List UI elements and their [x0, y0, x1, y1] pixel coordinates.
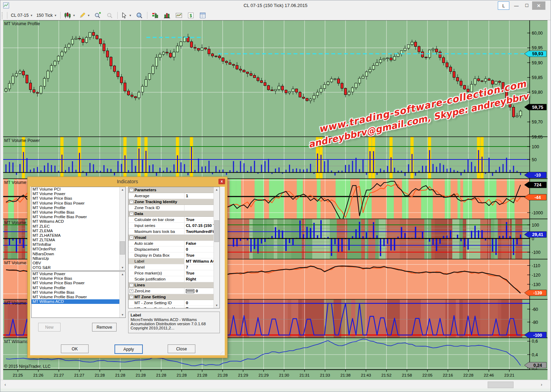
minimize-button[interactable]: — [511, 1, 521, 10]
draw-button[interactable]: ▼ [78, 11, 91, 20]
chart-trader-button[interactable] [150, 11, 160, 20]
list-item[interactable]: MT Volume Price Bias [32, 276, 125, 281]
property-group[interactable]: −Lines [128, 282, 219, 288]
list-item[interactable]: OTG S&R [32, 265, 125, 270]
list-item[interactable]: MT Volume Profile Bias Power [32, 215, 125, 219]
property-group[interactable]: −Zone Tracking Identity [128, 199, 219, 205]
scrollbar[interactable]: ▲▼ [214, 187, 219, 308]
list-item[interactable]: MT Volume Power [32, 272, 125, 276]
list-item[interactable]: MT ZLEMA [32, 229, 125, 233]
grid-button[interactable] [197, 11, 208, 20]
list-item[interactable]: MT Volume Profile Bias Power [32, 295, 125, 299]
zoom-in-button[interactable] [92, 11, 103, 20]
list-item[interactable]: MT ZLHATEMA [32, 233, 125, 238]
property-group[interactable]: −Data [128, 211, 219, 217]
list-item[interactable]: MT Williams ACD [32, 299, 125, 304]
list-item[interactable]: MT Volume Power [32, 192, 125, 196]
property-row[interactable]: Average1 [128, 193, 219, 199]
data-box-button[interactable] [134, 11, 145, 20]
list-item[interactable]: MT Volume Profile Bias [32, 290, 125, 295]
property-row[interactable]: Input seriesCL 07-15 (150 Tick) [128, 223, 219, 229]
scrollbar-thumb[interactable] [214, 220, 219, 242]
property-row[interactable]: Calculate on bar closeTrue [128, 217, 219, 223]
volume-button[interactable] [162, 11, 172, 20]
list-item[interactable]: MT Volume Price Bias Power [32, 281, 125, 285]
account-button[interactable]: $ [186, 11, 196, 20]
period-dropdown[interactable]: 150 Tick▼ [35, 11, 58, 20]
scroll-up-icon[interactable]: ▲ [214, 187, 219, 192]
dialog-close-icon[interactable]: x [218, 179, 225, 184]
chevron-down-icon: ▼ [30, 14, 33, 17]
maximize-button[interactable]: ☐ [522, 1, 532, 10]
scrollbar[interactable]: ▲▼ [119, 272, 125, 318]
list-item[interactable]: NBarsUp [32, 256, 125, 261]
list-item[interactable]: MT Volume PCI [32, 187, 125, 192]
property-group[interactable]: −MT Zone Setting [128, 294, 219, 300]
property-row[interactable]: MT - Zone Setting ID0 [128, 300, 219, 306]
cursor-button[interactable]: ▼ [120, 11, 133, 20]
chart-style-button[interactable]: ▼ [63, 11, 76, 20]
description-title: Label [131, 313, 217, 317]
property-row[interactable]: Panel7 [128, 264, 219, 270]
list-item[interactable]: MTOrderPlot [32, 247, 125, 251]
zoom-out-button[interactable] [104, 11, 115, 20]
property-row[interactable]: Zone Track ID [128, 205, 219, 211]
dialog-title[interactable]: Indicators [28, 177, 227, 187]
close-button[interactable]: ✕ [532, 1, 545, 10]
dialog-close-button[interactable]: Close [168, 344, 195, 353]
time-label: 21:29 [259, 373, 269, 377]
scroll-up-icon[interactable]: ▲ [120, 187, 125, 192]
property-group[interactable]: −Parameters [128, 187, 219, 193]
property-row[interactable]: MT - Zone Setting Is UTrue [128, 306, 219, 308]
list-item[interactable]: MT Volume Profile [32, 286, 125, 290]
list-item[interactable]: MTInfoBar [32, 242, 125, 247]
property-row[interactable]: Scale justificationRight [128, 276, 219, 282]
scrollbar-thumb[interactable] [120, 241, 125, 255]
property-grid[interactable]: −ParametersAverage1−Zone Tracking Identi… [128, 187, 220, 308]
list-item[interactable]: NBarsDown [32, 252, 125, 256]
new-button[interactable]: New [38, 323, 61, 332]
ok-button[interactable]: OK [61, 344, 89, 353]
snapshot-button[interactable] [174, 11, 184, 20]
property-group[interactable]: −Visual [128, 235, 219, 241]
axis-tick-label: 59,80 [532, 90, 543, 95]
property-row[interactable]: +ZeroLine0 [128, 288, 219, 294]
list-item[interactable]: MT ZLEC [32, 224, 125, 229]
list-item[interactable]: MT Volume Price Bias [32, 196, 125, 201]
scroll-down-icon[interactable]: ▼ [214, 303, 219, 308]
time-label: 21:58 [402, 373, 412, 377]
list-item[interactable]: MT Volume Price Bias Power [32, 201, 125, 206]
svg-text:$: $ [190, 13, 192, 18]
list-item[interactable]: MT Williams ACD [32, 219, 125, 224]
scrollbar-thumb[interactable] [488, 382, 514, 388]
horizontal-scrollbar[interactable]: ‹ › [0, 380, 551, 389]
property-row[interactable]: LabelMT Williams ACD [128, 258, 219, 264]
price-marker: 59,93 [524, 51, 546, 57]
configured-indicators-list[interactable]: MT Volume PowerMT Volume Price BiasMT Vo… [31, 271, 126, 318]
scroll-right-arrow[interactable]: › [537, 381, 546, 388]
list-item[interactable]: OBV [32, 261, 125, 265]
property-row[interactable]: Maximum bars look baTwoHundredFiftySix [128, 229, 219, 235]
property-row[interactable]: Display in Data BoxTrue [128, 252, 219, 258]
property-row[interactable]: Displacement0 [128, 247, 219, 252]
panel-label: MT Volume Profile [4, 21, 40, 26]
axis-tick-label: -110 [532, 263, 540, 268]
apply-button[interactable]: Apply [114, 344, 143, 354]
scrollbar[interactable]: ▲▼ [119, 187, 125, 270]
link-button[interactable]: L [498, 1, 509, 10]
resize-grip[interactable]: ⋰ [220, 351, 224, 355]
remove-button[interactable]: Remove [92, 323, 117, 332]
property-row[interactable]: Price marker(s)True [128, 270, 219, 276]
available-indicators-list[interactable]: MT Volume PCIMT Volume PowerMT Volume Pr… [31, 187, 126, 271]
list-item[interactable]: MT ZLTEMA [32, 238, 125, 242]
list-item[interactable]: MT Volume Profile Bias [32, 210, 125, 215]
toolbar-grip[interactable] [2, 12, 4, 19]
instrument-dropdown[interactable]: CL 07-15▼ [10, 11, 34, 20]
scroll-down-icon[interactable]: ▼ [120, 265, 125, 270]
scroll-up-icon[interactable]: ▲ [120, 272, 125, 277]
scroll-left-arrow[interactable]: ‹ [1, 381, 9, 388]
data-grid-icon [199, 12, 206, 19]
list-item[interactable]: MT Volume Profile [32, 206, 125, 210]
scroll-down-icon[interactable]: ▼ [120, 312, 125, 318]
property-row[interactable]: Auto scaleFalse [128, 241, 219, 247]
